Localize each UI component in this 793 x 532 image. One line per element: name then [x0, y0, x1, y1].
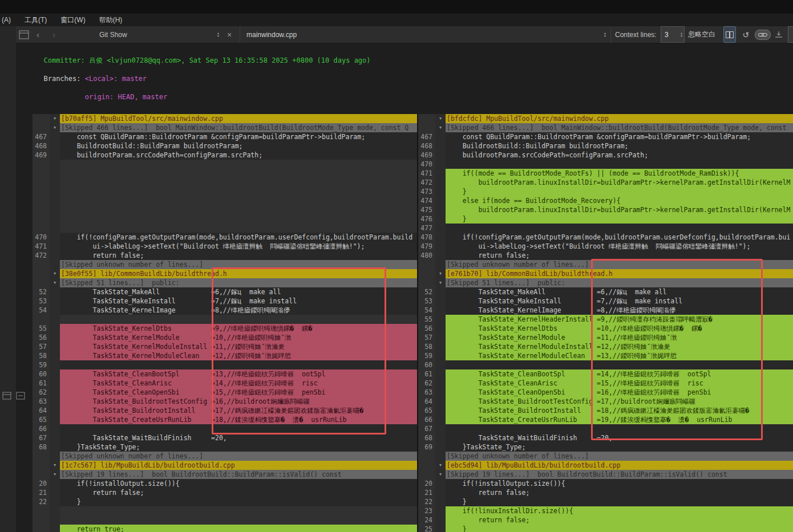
diff-added-row[interactable]: 25 } — [418, 525, 793, 532]
diff-skipped-row[interactable]: ▼[Skipped 19 lines...] bool BuildrootBui… — [418, 470, 793, 479]
diff-code-row[interactable]: 467 const QBuildParam::BuildrootParam &c… — [33, 132, 417, 141]
diff-code-row[interactable]: 479 ui->labelLog->setText("Buildroot 缂栬瘧… — [418, 242, 793, 251]
diff-removed-row[interactable]: 61 TaskState_CleanArisc =14,//缂栬瘧鎴栨竻鐞嗗簭 … — [33, 379, 417, 388]
diff-empty-row[interactable]: 59 — [33, 360, 417, 369]
diff-added-row[interactable]: 23 if(!linuxInstallDir.size()){ — [418, 506, 793, 515]
diff-removed-row[interactable]: 62 TaskState_CleanOpenSbi =15,//缂栬瘧鎴栨竻鐞嗗… — [33, 388, 417, 397]
view-selector-combobox[interactable]: Git Show ▴▾ — [95, 26, 222, 43]
fold-marker-icon[interactable]: ▼ — [50, 123, 60, 132]
diff-code-row[interactable]: 52 TaskState_MakeAll =6,//鎵ц make all — [33, 287, 417, 297]
diff-code-row[interactable]: 54 TaskState_KernelImage =8,//缂栬瘧鍐呮牳闀滃儚 — [33, 306, 417, 315]
diff-file-header[interactable]: ▼[e761b70] lib/CommonBuildLib/buildthrea… — [418, 269, 793, 278]
context-lines-stepper[interactable]: 3 ▴▾ — [661, 26, 685, 43]
reload-icon[interactable]: ↺ — [739, 26, 752, 43]
diff-removed-row[interactable]: 57 TaskState_KernelModuleInstall =11,//鍐… — [33, 342, 417, 351]
documents-panel-icon[interactable] — [19, 26, 29, 43]
diff-code-row[interactable]: 478 if(!configParam.getOutputParam(mode,… — [418, 233, 793, 242]
stepper-arrows-icon[interactable]: ▴▾ — [681, 32, 682, 38]
diff-skipped-row[interactable]: ▼[Skipped 19 lines...] bool BuildrootBui… — [33, 470, 417, 479]
diff-code-row[interactable]: 69 }TaskState_Type; — [418, 442, 793, 452]
forward-icon[interactable]: › — [52, 26, 55, 43]
diff-code-row[interactable]: 53 TaskState_MakeInstall =7,//鎵ц make in… — [33, 297, 417, 306]
diff-skipped-row[interactable]: [Skipped unknown number of lines...] — [33, 452, 417, 461]
diff-file-header[interactable]: ▼[ebc5d94] lib/MpuBuildLib/buildrootbuil… — [418, 461, 793, 470]
diff-code-row[interactable]: 469 buildrootParam.srcCodePath=configPar… — [33, 151, 417, 160]
diff-code-row[interactable]: 21 return false; — [33, 488, 417, 497]
menu-item-analysis[interactable]: (A) — [2, 16, 11, 24]
diff-file-header[interactable]: ▼[bfdcfdc] MpuBuildTool/src/mainwindow.c… — [418, 114, 793, 123]
diff-code-row[interactable]: 53 TaskState_MakeInstall =7,//鎵ц make in… — [418, 297, 793, 306]
diff-skipped-row[interactable]: ▼[Skipped 51 lines...] public: — [33, 278, 417, 287]
diff-added-row[interactable]: 65 TaskState_BuildrootInstall =18,//鎷疯礉鏉… — [418, 406, 793, 415]
fold-marker-icon[interactable]: ▼ — [50, 278, 60, 287]
diff-removed-row[interactable]: 64 TaskState_BuildrootInstall =17,//鎷疯礉鏉… — [33, 406, 417, 415]
fold-marker-icon[interactable]: ▼ — [435, 461, 446, 470]
diff-skipped-row[interactable]: [Skipped unknown number of lines...] — [33, 260, 417, 269]
diff-skipped-row[interactable]: ▼[Skipped 466 lines...] bool MainWindow:… — [418, 123, 793, 132]
diff-removed-row[interactable]: 56 TaskState_KernelModule =10,//缂栬瘧鍐呮牳妯″… — [33, 333, 417, 342]
diff-file-header[interactable]: ▼[38e0f55] lib/CommonBuildLib/buildthrea… — [33, 269, 417, 278]
diff-removed-row[interactable]: 63 TaskState_BuildrootTestConfig =16,//b… — [33, 397, 417, 406]
diff-code-row[interactable]: 22 } — [418, 497, 793, 506]
link-with-editor-icon[interactable] — [755, 30, 771, 40]
diff-added-row[interactable]: 24 return false; — [418, 515, 793, 525]
diff-added-row[interactable]: 59 TaskState_KernelModuleClean =13,//鍐呮牳… — [418, 351, 793, 360]
clipped-toolbar-icon[interactable] — [788, 26, 793, 43]
diff-added-row[interactable]: 473 } — [418, 187, 793, 196]
fold-marker-icon[interactable]: ▼ — [50, 470, 60, 479]
diff-skipped-row[interactable]: ▼[Skipped 466 lines...] bool MainWindow:… — [33, 123, 417, 132]
ignore-whitespace-toggle[interactable]: 忽略空白 — [688, 26, 715, 43]
diff-code-row[interactable]: 21 return false; — [418, 488, 793, 497]
diff-code-row[interactable]: 470 if(!configParam.getOutputParam(mode,… — [33, 233, 417, 242]
menu-item-tools[interactable]: 工具(T) — [25, 15, 47, 25]
diff-code-row[interactable]: 468 BuildrootBuild::BuildParam buildroot… — [33, 141, 417, 151]
diff-removed-row[interactable]: 58 TaskState_KernelModuleClean =12,//鍐呮牳… — [33, 351, 417, 360]
fold-marker-icon[interactable]: ▼ — [435, 269, 446, 278]
diff-code-row[interactable]: 468 BuildrootBuild::BuildParam buildroot… — [418, 141, 793, 151]
diff-added-row[interactable]: 55 TaskState_KernelHeaderInstall =9,//鍐呮… — [418, 315, 793, 324]
menu-item-help[interactable]: 帮助(H) — [99, 15, 123, 25]
back-icon[interactable]: ‹ — [37, 26, 39, 43]
diff-added-row[interactable]: 476 } — [418, 214, 793, 224]
diff-added-row[interactable]: 471 if((mode == BuildrootMode_RootFs) ||… — [418, 169, 793, 178]
diff-added-row[interactable]: 63 TaskState_CleanOpenSbi =16,//缂栬瘧鎴栨竻鐞嗗… — [418, 388, 793, 397]
diff-code-row[interactable]: 480 return false; — [418, 251, 793, 260]
diff-empty-row[interactable]: 60 — [418, 360, 793, 369]
diff-empty-row[interactable]: 67 — [418, 424, 793, 433]
diff-added-row[interactable]: return true; — [33, 525, 417, 532]
diff-empty-row[interactable]: 470 — [418, 160, 793, 169]
export-diff-icon[interactable] — [772, 26, 785, 43]
diff-code-row[interactable]: 68 }TaskState_Type; — [33, 442, 417, 452]
diff-code-row[interactable]: 68 TaskState_WaitBuildFinish =20, — [418, 433, 793, 442]
menu-item-window[interactable]: 窗口(W) — [60, 15, 85, 25]
diff-file-header[interactable]: ▼[1c7c567] lib/MpuBuildLib/buildrootbuil… — [33, 461, 417, 470]
diff-added-row[interactable]: 61 TaskState_CleanBootSpl =14,//缂栬瘧鎴栨竻鐞嗗… — [418, 369, 793, 379]
diff-added-row[interactable]: 475 buildrootParam.linuxInstallDir=build… — [418, 205, 793, 214]
diff-code-row[interactable]: 469 buildrootParam.srcCodePath=configPar… — [418, 151, 793, 160]
fold-marker-icon[interactable]: ▼ — [435, 470, 446, 479]
fold-marker-icon[interactable]: ▼ — [50, 461, 60, 470]
fold-marker-icon[interactable]: ▼ — [435, 123, 446, 132]
diff-code-row[interactable]: 467 const QBuildParam::BuildrootParam &c… — [418, 132, 793, 141]
diff-code-row[interactable]: 52 TaskState_MakeAll =6,//鎵ц make all — [418, 287, 793, 297]
diff-code-row[interactable]: 54 TaskState_KernelImage =8,//缂栬瘧鍐呮牳闀滃儚 — [418, 306, 793, 315]
diff-empty-row[interactable]: 477 — [418, 224, 793, 233]
diff-removed-row[interactable]: 60 TaskState_CleanBootSpl =13,//缂栬瘧鎴栨竻鐞嗗… — [33, 369, 417, 379]
diff-added-row[interactable]: 474 else if(mode == BuildrootMode_Recove… — [418, 196, 793, 205]
diff-added-row[interactable]: 56 TaskState_KernelDtbs =10,//缂栬瘧鍐呮牳璁惧鏍�… — [418, 324, 793, 333]
file-selector-combobox[interactable]: mainwindow.cpp ▴▾ — [242, 26, 609, 43]
diff-code-row[interactable]: 22 } — [33, 497, 417, 506]
fold-marker-icon[interactable]: ▼ — [50, 269, 60, 278]
diff-code-row[interactable]: 20 if(!installOutput.size()){ — [418, 479, 793, 488]
diff-skipped-row[interactable]: [Skipped unknown number of lines...] — [418, 452, 793, 461]
diff-removed-row[interactable]: 55 TaskState_KernelDtbs =9,//缂栬瘧鍐呮牳璁惧鏍� … — [33, 324, 417, 333]
fold-all-icon[interactable] — [16, 392, 25, 400]
fold-marker-icon[interactable]: ▼ — [50, 114, 60, 123]
diff-removed-row[interactable]: 65 TaskState_CreateUsrRunLib =18,//鍒涘缓杩愯… — [33, 415, 417, 424]
side-by-side-diff-icon[interactable] — [723, 26, 736, 43]
diff-added-row[interactable]: 64 TaskState_BuildrootTestConfig =17,//b… — [418, 397, 793, 406]
diff-added-row[interactable]: 57 TaskState_KernelModule =11,//缂栬瘧鍐呮牳妯″… — [418, 333, 793, 342]
fold-marker-icon[interactable]: ▼ — [435, 114, 446, 123]
diff-added-row[interactable]: 58 TaskState_KernelModuleInstall =12,//鍐… — [418, 342, 793, 351]
diff-added-row[interactable]: 472 buildrootParam.linuxInstallDir=build… — [418, 178, 793, 187]
